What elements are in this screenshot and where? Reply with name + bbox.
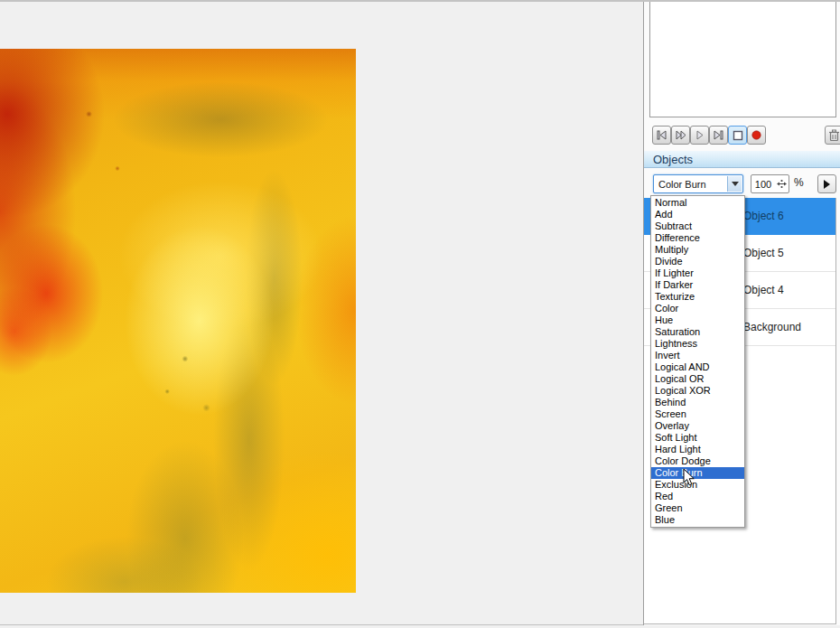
menu-item-logical-xor[interactable]: Logical XOR (651, 385, 744, 397)
menu-item-behind[interactable]: Behind (651, 397, 744, 408)
menu-item-divide[interactable]: Divide (651, 256, 744, 267)
menu-item-normal[interactable]: Normal (651, 197, 744, 209)
canvas-image[interactable] (0, 49, 356, 593)
menu-item-saturation[interactable]: Saturation (651, 326, 744, 338)
menu-item-screen[interactable]: Screen (651, 408, 744, 420)
trash-icon (828, 129, 840, 142)
layer-label: Object 5 (743, 247, 784, 259)
blend-mode-value: Color Burn (654, 179, 727, 190)
delete-button[interactable] (825, 126, 840, 145)
recorder-toolbar (652, 126, 837, 145)
spinner-drag-icon[interactable] (775, 175, 789, 192)
menu-item-green[interactable]: Green (651, 502, 744, 514)
objects-panel-header[interactable]: Objects (644, 151, 840, 168)
arrow-right-icon (824, 180, 830, 189)
blend-mode-menu: Normal Add Subtract Difference Multiply … (650, 195, 745, 528)
menu-item-subtract[interactable]: Subtract (651, 220, 744, 232)
play-button[interactable] (690, 126, 709, 145)
recorder-list-panel[interactable] (649, 0, 836, 117)
menu-item-texturize[interactable]: Texturize (651, 291, 744, 303)
opacity-value: 100 (751, 179, 775, 190)
photoline-window: Objects Color Burn 100 % Object 6 Object… (0, 0, 840, 628)
stop-button[interactable] (728, 126, 747, 145)
menu-item-lightness[interactable]: Lightness (651, 338, 744, 350)
menu-item-difference[interactable]: Difference (651, 232, 744, 244)
mouse-cursor (683, 468, 695, 491)
blend-mode-combobox[interactable]: Color Burn (653, 174, 743, 193)
skip-start-icon (656, 129, 667, 141)
menu-item-color[interactable]: Color (651, 303, 744, 314)
right-panel: Objects Color Burn 100 % Object 6 Object… (643, 2, 840, 625)
fast-forward-button[interactable] (671, 126, 690, 145)
menu-item-color-dodge[interactable]: Color Dodge (651, 455, 744, 467)
combo-dropdown-button[interactable] (727, 176, 742, 192)
layer-label: Background (743, 321, 801, 333)
canvas-area (0, 2, 643, 628)
menu-item-blue[interactable]: Blue (651, 514, 744, 526)
stop-icon (733, 130, 743, 141)
opacity-spinner[interactable]: 100 (751, 174, 789, 193)
menu-item-if-lighter[interactable]: If Lighter (651, 267, 744, 279)
skip-end-button[interactable] (709, 126, 728, 145)
menu-item-add[interactable]: Add (651, 209, 744, 220)
chevron-down-icon (732, 182, 739, 186)
menu-item-hue[interactable]: Hue (651, 314, 744, 326)
menu-item-soft-light[interactable]: Soft Light (651, 432, 744, 444)
menu-item-exclusion[interactable]: Exclusion (651, 479, 744, 491)
layer-label: Object 4 (743, 284, 784, 296)
menu-item-logical-or[interactable]: Logical OR (651, 373, 744, 385)
fast-forward-icon (675, 129, 687, 141)
menu-item-red[interactable]: Red (651, 491, 744, 502)
panel-menu-button[interactable] (817, 174, 836, 193)
menu-item-if-darker[interactable]: If Darker (651, 279, 744, 291)
skip-end-icon (713, 129, 724, 141)
menu-item-logical-and[interactable]: Logical AND (651, 361, 744, 373)
menu-item-multiply[interactable]: Multiply (651, 244, 744, 256)
objects-panel-title: Objects (653, 153, 693, 166)
layer-label: Object 6 (743, 210, 784, 222)
record-icon (751, 129, 762, 141)
menu-item-invert[interactable]: Invert (651, 350, 744, 361)
opacity-unit-label: % (794, 176, 804, 189)
skip-start-button[interactable] (652, 126, 671, 145)
menu-item-hard-light[interactable]: Hard Light (651, 444, 744, 455)
menu-item-overlay[interactable]: Overlay (651, 420, 744, 432)
record-button[interactable] (747, 126, 766, 145)
menu-item-color-burn[interactable]: Color Burn (651, 467, 744, 479)
play-icon (694, 129, 705, 141)
